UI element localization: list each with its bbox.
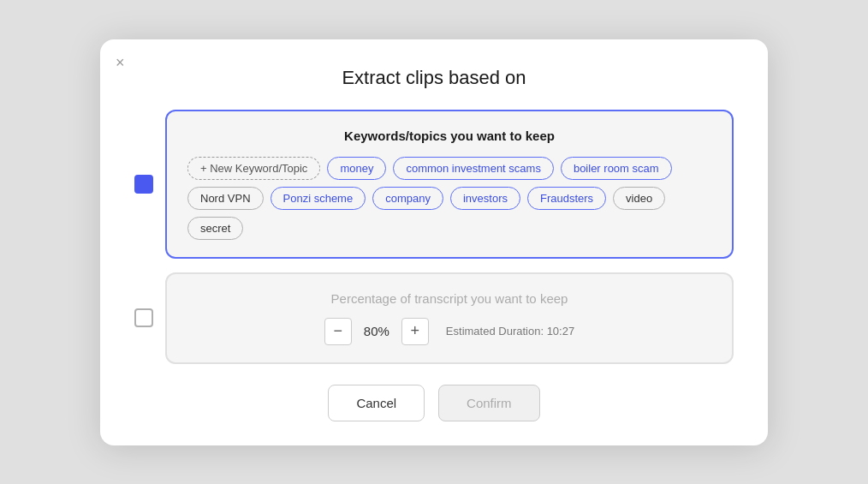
- confirm-button[interactable]: Confirm: [438, 385, 540, 421]
- percentage-section: Percentage of transcript you want to kee…: [187, 291, 711, 345]
- modal-title: Extract clips based on: [134, 67, 734, 89]
- estimated-duration: Estimated Duration: 10:27: [446, 325, 574, 338]
- sections-wrapper: Keywords/topics you want to keep + New K…: [134, 110, 734, 364]
- percentage-radio-indicator: [134, 308, 153, 327]
- keyword-tag[interactable]: Nord VPN: [187, 187, 264, 210]
- modal-overlay: × Extract clips based on Keywords/topics…: [0, 0, 868, 484]
- keyword-tag[interactable]: money: [327, 157, 386, 180]
- increment-button[interactable]: +: [401, 318, 429, 345]
- decrement-button[interactable]: −: [324, 318, 352, 345]
- keywords-title: Keywords/topics you want to keep: [187, 128, 711, 143]
- percentage-card: Percentage of transcript you want to kee…: [165, 272, 734, 364]
- keywords-radio-indicator: [134, 175, 153, 194]
- keywords-area: + New Keyword/Topic moneycommon investme…: [187, 157, 711, 240]
- percentage-row: − 80% + Estimated Duration: 10:27: [324, 318, 574, 345]
- percentage-value: 80%: [352, 324, 401, 338]
- keywords-card: Keywords/topics you want to keep + New K…: [165, 110, 734, 259]
- close-button[interactable]: ×: [116, 55, 125, 70]
- percentage-title: Percentage of transcript you want to kee…: [331, 291, 568, 306]
- keywords-section-wrapper: Keywords/topics you want to keep + New K…: [165, 110, 734, 259]
- modal: × Extract clips based on Keywords/topics…: [100, 39, 768, 445]
- modal-footer: Cancel Confirm: [134, 385, 734, 421]
- keyword-tag[interactable]: Fraudsters: [527, 187, 606, 210]
- keyword-tag[interactable]: video: [613, 187, 665, 210]
- keyword-tag[interactable]: secret: [187, 217, 243, 240]
- keyword-tag[interactable]: boiler room scam: [561, 157, 672, 180]
- keyword-tag[interactable]: Ponzi scheme: [271, 187, 366, 210]
- percentage-control: − 80% +: [324, 318, 429, 345]
- percentage-section-wrapper: Percentage of transcript you want to kee…: [165, 272, 734, 364]
- keyword-tag[interactable]: company: [372, 187, 443, 210]
- keyword-tag[interactable]: common investment scams: [393, 157, 554, 180]
- add-keyword-button[interactable]: + New Keyword/Topic: [187, 157, 320, 180]
- keywords-radio-active[interactable]: [134, 175, 153, 194]
- keyword-tag[interactable]: investors: [450, 187, 520, 210]
- percentage-radio-inactive[interactable]: [134, 308, 153, 327]
- cancel-button[interactable]: Cancel: [328, 385, 425, 421]
